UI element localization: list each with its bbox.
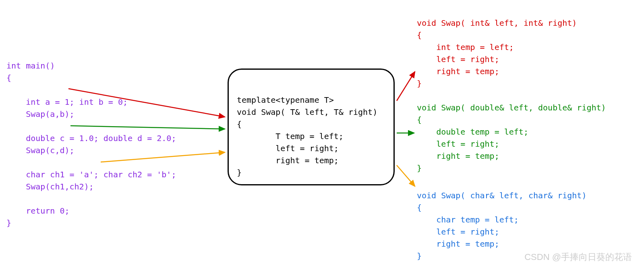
code-line: left = right; [237, 143, 339, 153]
arrow-template-to-int [397, 72, 415, 101]
code-line: { [417, 115, 422, 125]
code-line: { [6, 73, 11, 83]
code-line: void Swap( int& left, int& right) [417, 18, 577, 28]
code-line: void Swap( T& left, T& right) [237, 107, 377, 117]
code-line: T temp = left; [237, 131, 344, 141]
template-code-block: template<typename T> void Swap( T& left,… [237, 82, 385, 179]
code-line: left = right; [417, 54, 499, 64]
diagram-root: { "main_code": { "l1": "int main()", "l2… [0, 0, 644, 266]
code-line: { [237, 119, 242, 129]
code-line: } [417, 79, 422, 88]
arrow-template-to-char [397, 165, 415, 186]
code-line: } [237, 168, 242, 177]
code-line: int temp = left; [417, 42, 514, 52]
code-line: char temp = left; [417, 215, 519, 224]
code-line: left = right; [417, 227, 499, 237]
double-swap-code: void Swap( double& left, double& right) … [417, 89, 606, 174]
code-line: int main() [6, 61, 55, 71]
code-line: double c = 1.0; double d = 2.0; [6, 133, 176, 143]
code-line: } [417, 163, 422, 173]
code-line: double temp = left; [417, 127, 528, 137]
code-line: { [417, 203, 422, 212]
template-box: template<typename T> void Swap( T& left,… [228, 69, 395, 185]
code-line: right = temp; [237, 156, 339, 165]
char-swap-code: void Swap( char& left, char& right) { ch… [417, 177, 586, 262]
main-code-block: int main() { int a = 1; int b = 0; Swap(… [6, 48, 176, 229]
code-line: Swap(ch1,ch2); [6, 182, 94, 191]
code-line: Swap(a,b); [6, 109, 75, 119]
code-line: void Swap( char& left, char& right) [417, 191, 586, 200]
code-line: } [417, 251, 422, 261]
code-line: void Swap( double& left, double& right) [417, 103, 606, 112]
code-line: int a = 1; int b = 0; [6, 97, 128, 107]
int-swap-code: void Swap( int& left, int& right) { int … [417, 5, 577, 89]
code-line: return 0; [6, 206, 70, 216]
code-line: right = temp; [417, 151, 499, 161]
code-line: template<typename T> [237, 95, 334, 105]
code-line: Swap(c,d); [6, 145, 75, 155]
code-line: { [417, 30, 422, 40]
code-line: char ch1 = 'a'; char ch2 = 'b'; [6, 170, 176, 179]
code-line: } [6, 218, 11, 228]
code-line: right = temp; [417, 239, 499, 249]
code-line: right = temp; [417, 66, 499, 76]
watermark: CSDN @手捧向日葵的花语 [524, 250, 632, 264]
code-line: left = right; [417, 139, 499, 149]
